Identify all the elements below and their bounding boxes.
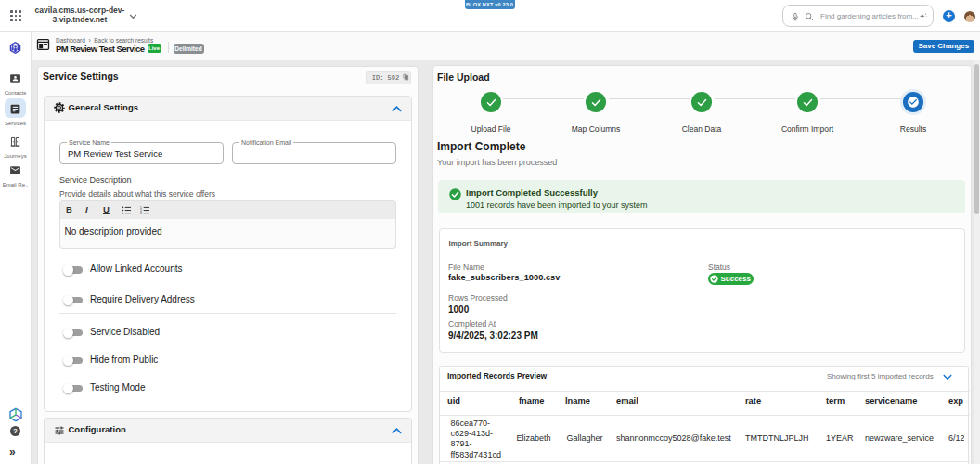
svg-text:3: 3 <box>140 212 142 214</box>
